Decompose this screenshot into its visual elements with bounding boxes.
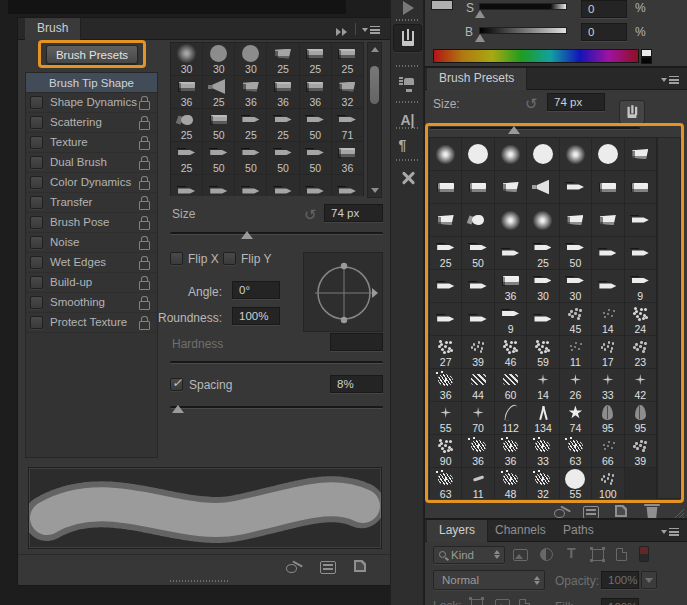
preset-manager-icon[interactable] [320,561,336,574]
brush-option-brush-pose[interactable]: Brush Pose [26,213,157,233]
tool-preset-picker-button[interactable] [619,100,645,124]
reset-size-icon[interactable]: ↺ [304,207,317,222]
brush-preset[interactable]: 30 [235,43,266,75]
brush-preset[interactable]: 36 [332,142,363,174]
brush-preset[interactable]: 134 [527,402,558,434]
brush-preset[interactable]: 30 [527,270,558,302]
brush-preset[interactable]: 25 [527,237,558,269]
brush-preset[interactable] [527,171,558,203]
brush-preset[interactable]: 25 [267,109,298,141]
lock-icon[interactable] [139,96,150,109]
brightness-slider[interactable] [479,27,567,34]
option-checkbox[interactable] [30,136,43,149]
brightness-value[interactable]: 0 [581,23,627,41]
option-checkbox[interactable] [30,296,43,309]
delete-brush-icon[interactable] [644,504,661,519]
brush-option-scattering[interactable]: Scattering [26,113,157,133]
brush-panel-panel-button[interactable] [393,24,422,52]
option-checkbox[interactable] [30,276,43,289]
tip-grid-scrollbar[interactable] [367,42,382,198]
brush-tip-shape-item[interactable]: Brush Tip Shape [26,73,157,93]
size-slider[interactable] [170,232,383,235]
panel-menu-icon[interactable] [661,527,679,537]
brush-preset[interactable]: 23 [625,336,656,368]
brush-preset[interactable] [462,171,493,203]
new-brush-icon[interactable] [613,504,630,519]
brush-preset[interactable] [462,270,493,302]
spacing-slider[interactable] [170,406,383,409]
spacing-slider-thumb[interactable] [172,405,184,413]
option-checkbox[interactable] [30,176,43,189]
brush-preset[interactable]: 95 [625,402,656,434]
lock-icon[interactable] [139,196,150,209]
option-checkbox[interactable] [30,156,43,169]
lock-icon[interactable] [139,156,150,169]
scrollbar-thumb[interactable] [370,66,379,104]
brush-preset[interactable] [462,204,493,236]
brush-preset[interactable] [560,138,591,170]
brush-preset[interactable]: 9 [625,270,656,302]
lock-icon[interactable] [139,116,150,129]
brush-preset[interactable]: 36 [462,435,493,467]
saturation-slider-thumb[interactable] [475,10,485,18]
brush-preset[interactable]: 30 [560,270,591,302]
brush-preset[interactable]: 30 [171,43,202,75]
brightness-slider-thumb[interactable] [475,34,485,42]
brush-preset[interactable] [495,204,526,236]
panel-menu-icon[interactable] [362,25,380,35]
brush-preset[interactable] [560,204,591,236]
option-checkbox[interactable] [30,96,43,109]
brush-preset[interactable]: 25 [267,43,298,75]
option-checkbox[interactable] [30,116,43,129]
filter-smart-objects-icon[interactable] [616,548,627,561]
brush-preset[interactable]: 95 [592,402,623,434]
brush-preset[interactable] [430,270,461,302]
lock-icon[interactable] [139,216,150,229]
brush-preset[interactable] [592,171,623,203]
brush-option-smoothing[interactable]: Smoothing [26,293,157,313]
brush-preset[interactable] [430,204,461,236]
size-slider-thumb[interactable] [241,231,253,239]
tab-paths[interactable]: Paths [551,520,606,542]
brush-preset[interactable] [592,237,623,269]
tab-layers[interactable]: Layers [427,520,488,542]
brush-preset[interactable]: 36 [495,435,526,467]
brush-preset[interactable]: 25 [300,43,331,75]
brush-preset[interactable] [527,303,558,335]
flip-y-checkbox[interactable] [223,252,236,265]
tool-presets-panel-button[interactable] [393,164,422,192]
filter-adjustment-layers-icon[interactable] [540,548,553,561]
brush-preset[interactable]: 59 [527,336,558,368]
brush-preset[interactable]: 63 [560,435,591,467]
paragraph-panel-button[interactable] [393,132,422,160]
panel-menu-icon[interactable] [661,75,679,85]
brush-preset[interactable]: 25 [430,237,461,269]
filter-pixel-layers-icon[interactable] [513,549,528,561]
brush-preset[interactable] [495,171,526,203]
scroll-up-icon[interactable] [371,47,379,52]
brush-preset[interactable] [527,204,558,236]
brush-option-color-dynamics[interactable]: Color Dynamics [26,173,157,193]
brush-option-dual-brush[interactable]: Dual Brush [26,153,157,173]
brush-preset[interactable] [203,175,234,196]
brush-preset[interactable] [462,138,493,170]
spacing-value[interactable]: 8% [330,375,383,393]
brush-preset[interactable]: 46 [495,336,526,368]
brush-preset[interactable]: 42 [625,369,656,401]
brush-preset[interactable]: 60 [495,369,526,401]
brush-preset[interactable]: 63 [430,468,461,499]
brush-preset[interactable] [625,138,656,170]
brush-preset[interactable]: 25 [235,109,266,141]
brush-preset[interactable]: 50 [203,109,234,141]
brush-preset[interactable]: 27 [430,336,461,368]
lock-icon[interactable] [139,276,150,289]
brush-presets-button[interactable]: Brush Presets [46,45,138,64]
brush-preset[interactable] [430,138,461,170]
brush-option-texture[interactable]: Texture [26,133,157,153]
brush-preset[interactable]: 32 [527,468,558,499]
lock-icon[interactable] [139,236,150,249]
brush-preset[interactable] [300,175,331,196]
lock-pixels-icon[interactable] [495,599,510,605]
option-checkbox[interactable] [30,196,43,209]
brush-preset[interactable]: 50 [300,109,331,141]
